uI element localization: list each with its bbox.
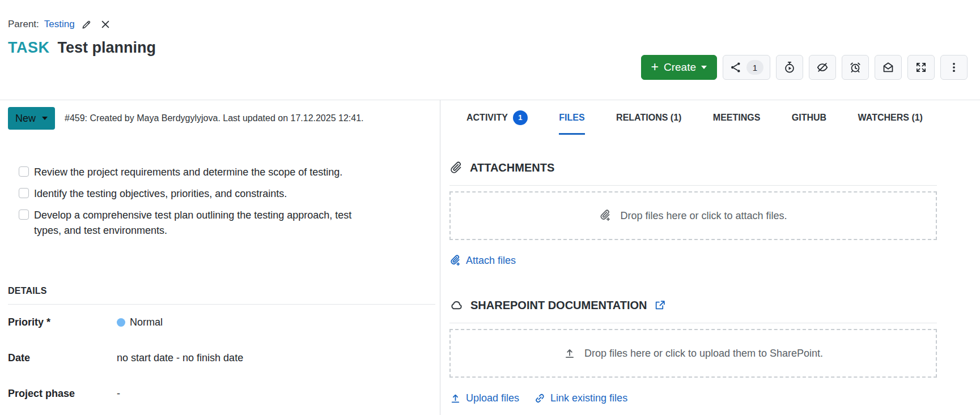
kebab-menu-icon <box>948 61 960 74</box>
link-icon <box>534 392 546 404</box>
mail-open-icon <box>882 61 894 74</box>
pencil-icon <box>81 19 92 30</box>
field-date: Date no start date - no finish date <box>8 340 435 376</box>
checklist-item: Develop a comprehensive test plan outlin… <box>19 208 435 238</box>
date-value[interactable]: no start date - no finish date <box>117 352 435 364</box>
upload-files-link[interactable]: Upload files <box>449 392 519 404</box>
tab-label: MEETINGS <box>713 113 761 123</box>
tab-relations[interactable]: RELATIONS (1) <box>616 100 681 135</box>
tab-label: ACTIVITY <box>466 113 508 123</box>
tab-label: WATCHERS (1) <box>858 113 923 123</box>
dropzone-text: Drop files here or click to attach files… <box>620 210 787 222</box>
stopwatch-icon <box>783 61 796 74</box>
more-actions-button[interactable] <box>940 55 968 80</box>
start-timer-button[interactable] <box>776 55 803 80</box>
parent-breadcrumb: Parent: Testing <box>8 18 980 31</box>
tab-bar: ACTIVITY 1 FILES RELATIONS (1) MEETINGS … <box>449 100 937 135</box>
field-project-phase: Project phase - <box>8 376 435 412</box>
attach-files-icon <box>599 209 612 222</box>
upload-icon <box>563 347 576 360</box>
divider <box>449 185 937 186</box>
attachments-heading: ATTACHMENTS <box>449 161 937 174</box>
checkbox[interactable] <box>19 166 29 177</box>
status-dropdown[interactable]: New <box>8 107 55 130</box>
checkbox[interactable] <box>19 209 29 220</box>
reminder-button[interactable] <box>842 55 869 80</box>
checklist-item: Review the project requirements and dete… <box>19 165 435 180</box>
activity-count-badge: 1 <box>513 110 528 125</box>
work-package-body: New #459: Created by Maya Berdygylyjova.… <box>0 100 980 415</box>
plus-icon: + <box>651 61 659 74</box>
checklist-item-text: Identify the testing objectives, priorit… <box>34 186 287 202</box>
edit-parent-button[interactable] <box>80 18 94 31</box>
chevron-down-icon <box>42 117 48 120</box>
sharepoint-dropzone[interactable]: Drop files here or click to upload them … <box>449 329 937 378</box>
priority-value[interactable]: Normal <box>117 316 435 328</box>
status-row: New #459: Created by Maya Berdygylyjova.… <box>8 107 435 130</box>
unwatch-button[interactable] <box>809 55 836 80</box>
status-label: New <box>15 113 36 125</box>
tab-label: FILES <box>559 113 584 123</box>
notifications-button[interactable] <box>875 55 902 80</box>
attach-files-icon <box>449 255 461 267</box>
fullscreen-icon <box>915 61 927 74</box>
toolbar: + Create 1 <box>641 55 968 80</box>
work-package-header: Parent: Testing TASK Test planning + Cre… <box>0 18 980 100</box>
checklist-item: Identify the testing objectives, priorit… <box>19 186 435 202</box>
checkbox[interactable] <box>19 188 29 198</box>
field-label: Priority * <box>8 316 117 328</box>
upload-icon <box>449 392 461 404</box>
title-row: TASK Test planning <box>8 39 980 57</box>
checklist-item-text: Review the project requirements and dete… <box>34 165 342 180</box>
paperclip-icon <box>449 161 463 174</box>
tab-meetings[interactable]: MEETINGS <box>713 100 761 135</box>
page-title: Test planning <box>58 39 156 57</box>
tab-watchers[interactable]: WATCHERS (1) <box>858 100 923 135</box>
details-heading: DETAILS <box>8 286 435 296</box>
fullscreen-button[interactable] <box>907 55 935 80</box>
attachments-dropzone[interactable]: Drop files here or click to attach files… <box>449 191 937 240</box>
link-existing-files-link[interactable]: Link existing files <box>534 392 627 404</box>
attachments-actions: Attach files <box>449 255 937 267</box>
parent-link[interactable]: Testing <box>44 19 75 30</box>
alarm-icon <box>849 61 862 74</box>
tabs-panel: ACTIVITY 1 FILES RELATIONS (1) MEETINGS … <box>440 100 980 415</box>
field-label: Date <box>8 352 117 364</box>
description-checklist: Review the project requirements and dete… <box>19 165 435 238</box>
share-button[interactable]: 1 <box>723 55 770 80</box>
checklist-item-text: Develop a comprehensive test plan outlin… <box>34 208 374 238</box>
divider <box>449 323 937 323</box>
create-button[interactable]: + Create <box>641 55 717 80</box>
field-priority: Priority * Normal <box>8 305 435 340</box>
create-button-label: Create <box>664 61 696 74</box>
sharepoint-heading: SHAREPOINT DOCUMENTATION <box>449 298 937 312</box>
sharepoint-actions: Upload files Link existing files <box>449 392 937 404</box>
cloud-icon <box>449 298 463 312</box>
share-network-icon <box>729 61 742 74</box>
tab-label: RELATIONS (1) <box>616 113 681 123</box>
attach-files-link[interactable]: Attach files <box>449 255 516 267</box>
parent-label: Parent: <box>8 19 39 30</box>
priority-dot <box>117 318 125 327</box>
project-phase-value[interactable]: - <box>117 388 435 400</box>
tab-github[interactable]: GITHUB <box>792 100 826 135</box>
eye-off-icon <box>816 61 829 74</box>
tab-files[interactable]: FILES <box>559 100 584 135</box>
dropzone-text: Drop files here or click to upload them … <box>584 348 823 360</box>
external-link-icon[interactable] <box>654 300 666 311</box>
chevron-down-icon <box>701 66 707 69</box>
field-label: Project phase <box>8 388 117 400</box>
overview-panel: New #459: Created by Maya Berdygylyjova.… <box>0 100 440 415</box>
remove-parent-button[interactable] <box>99 18 112 31</box>
close-icon <box>100 19 111 29</box>
share-count-badge: 1 <box>746 60 763 75</box>
work-package-type: TASK <box>8 39 50 57</box>
tab-label: GITHUB <box>792 113 826 123</box>
tab-activity[interactable]: ACTIVITY 1 <box>466 100 528 135</box>
work-package-meta: #459: Created by Maya Berdygylyjova. Las… <box>65 113 363 123</box>
